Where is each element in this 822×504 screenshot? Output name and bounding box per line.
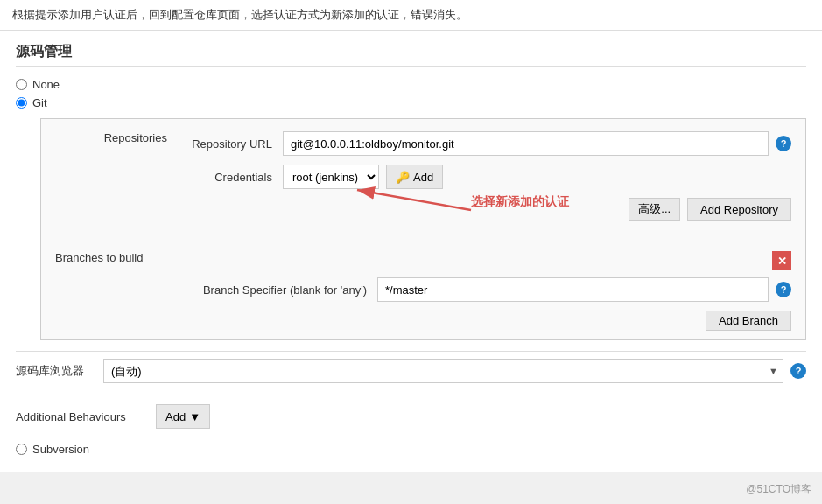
repo-url-label: Repository URL (178, 137, 283, 150)
additional-section: Additional Behaviours Add ▼ (16, 399, 806, 434)
add-credentials-button[interactable]: 🔑 Add (386, 164, 443, 189)
none-label: None (32, 78, 60, 91)
browser-help-icon[interactable]: ? (790, 363, 806, 379)
watermark: @51CTO博客 (746, 482, 811, 497)
subversion-row: Subversion (16, 443, 806, 456)
git-radio[interactable] (16, 97, 27, 108)
repositories-label: Repositories (55, 131, 178, 144)
branch-specifier-input[interactable] (377, 277, 769, 302)
subversion-radio[interactable] (16, 444, 27, 455)
browser-select[interactable]: (自动) (103, 359, 783, 383)
add-behaviour-button[interactable]: Add ▼ (156, 404, 210, 429)
add-branch-button[interactable]: Add Branch (706, 311, 791, 331)
remove-branch-button[interactable]: ✕ (772, 251, 791, 270)
branches-label: Branches to build (55, 251, 178, 264)
browser-section: 源码库浏览器 (自动) ▼ ? (16, 351, 806, 390)
scm-panel: Repositories Repository URL ? (40, 118, 806, 340)
subversion-label: Subversion (32, 443, 89, 456)
browser-label: 源码库浏览器 (16, 363, 103, 379)
branch-help-icon[interactable]: ? (776, 282, 791, 298)
git-label: Git (32, 96, 47, 109)
additional-label: Additional Behaviours (16, 410, 156, 424)
repo-url-help-icon[interactable]: ? (776, 136, 791, 151)
credentials-select[interactable]: root (jenkins) (283, 164, 379, 189)
dropdown-arrow-icon: ▼ (189, 410, 200, 424)
branch-specifier-label: Branch Specifier (blank for 'any') (185, 284, 377, 297)
none-radio[interactable] (16, 79, 27, 90)
advanced-button[interactable]: 高级... (629, 198, 680, 220)
add-repository-button[interactable]: Add Repository (687, 198, 791, 220)
notice-text: 根据提示添加用户认证后，回到配置仓库页面，选择认证方式为新添加的认证，错误消失。 (12, 8, 467, 21)
section-title: 源码管理 (16, 43, 806, 67)
credentials-label: Credentials (178, 171, 283, 184)
key-icon: 🔑 (396, 171, 410, 184)
top-notice: 根据提示添加用户认证后，回到配置仓库页面，选择认证方式为新添加的认证，错误消失。 (0, 0, 822, 31)
browser-select-wrap: (自动) ▼ (103, 359, 783, 383)
repo-url-input[interactable] (283, 131, 769, 156)
